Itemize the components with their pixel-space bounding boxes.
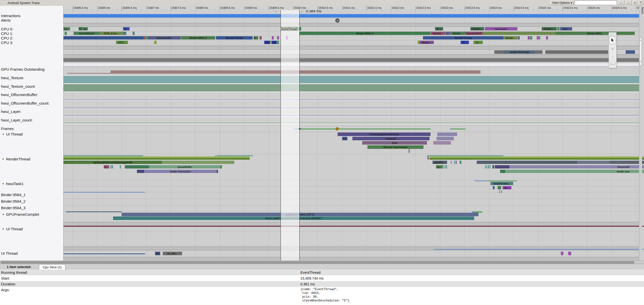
trace-slice[interactable]: [133, 32, 135, 35]
trace-slice[interactable]: G...: [473, 41, 483, 44]
trace-slice[interactable]: [66, 211, 122, 212]
trace-slice[interactable]: [64, 100, 639, 100]
chevron-down-icon[interactable]: ▼: [2, 183, 4, 185]
trace-slice[interactable]: [444, 165, 444, 168]
trace-slice[interactable]: [477, 161, 577, 164]
trace-slice[interactable]: do_dev...: [163, 252, 182, 255]
sidebar-item-hwui-texture[interactable]: hwui_Texture:: [1, 76, 24, 80]
trace-slice[interactable]: [221, 165, 222, 168]
trace-slice[interactable]: RenderThread: [216, 36, 253, 39]
trace-slice[interactable]: [500, 170, 505, 173]
trace-slice[interactable]: k...: [104, 165, 109, 168]
trace-slice[interactable]: [65, 32, 67, 35]
trace-slice[interactable]: [79, 27, 82, 30]
help-button[interactable]: ?: [638, 1, 643, 5]
forward-button[interactable]: →: [625, 1, 632, 5]
trace-slice[interactable]: [217, 170, 218, 173]
trace-slice[interactable]: kworker/u8:1: [148, 36, 181, 39]
trace-slice[interactable]: [427, 155, 503, 156]
trace-slice[interactable]: [217, 155, 253, 156]
trace-slice[interactable]: Binder...: [419, 41, 434, 44]
toolbar-grip-handle[interactable]: [610, 33, 616, 36]
trace-slice[interactable]: [418, 41, 419, 44]
sidebar-item-cpu-1[interactable]: CPU 1:: [1, 31, 13, 36]
zoom-tool-button[interactable]: ↓: [609, 52, 616, 60]
sidebar-item-gpuframecomplet[interactable]: ▼GPUFrameComplet: [2, 212, 39, 216]
trace-slice[interactable]: [437, 133, 457, 136]
trace-slice[interactable]: [64, 253, 145, 254]
selected-slice-eventthread[interactable]: EventThread: [281, 27, 297, 30]
trace-slice[interactable]: D...: [123, 27, 130, 30]
trace-slice[interactable]: [451, 161, 452, 164]
trace-slice[interactable]: Dis: [264, 41, 270, 44]
trace-slice[interactable]: [460, 161, 461, 164]
trace-slice[interactable]: GPU...: [116, 41, 128, 44]
process-header-com-prefabulated-touchlatency-pid-9564[interactable]: ▼com.prefabulated.touchlatency (pid 9564…: [0, 63, 639, 66]
trace-slice[interactable]: Binder:9564_3: [299, 32, 431, 35]
trace-slice[interactable]: [64, 115, 639, 116]
trace-slice[interactable]: D...: [461, 41, 469, 44]
chevron-down-icon[interactable]: ▼: [2, 228, 4, 230]
sidebar-item-frames[interactable]: Frames: [1, 126, 14, 131]
sidebar-item-hwui-offscreenbuffer[interactable]: hwui_OffscreenBuffer:: [1, 93, 38, 97]
trace-slice[interactable]: [530, 36, 532, 39]
trace-slice[interactable]: [437, 137, 454, 140]
process-header-mdss-fb0-pid-6848[interactable]: ▼mdss_fb0 (pid 6848): [0, 222, 639, 226]
horizontal-scrollbar-thumb[interactable]: [1, 261, 634, 264]
sidebar-item-ui-thread[interactable]: ▼UI Thread: [2, 132, 23, 136]
trace-slice[interactable]: [409, 149, 410, 153]
trace-slice[interactable]: [537, 36, 539, 39]
sidebar-item-hwui-layer[interactable]: hwui_Layer:: [1, 109, 21, 114]
trace-slice[interactable]: wo...: [64, 27, 70, 30]
trace-slice[interactable]: queueBuffer: [149, 165, 221, 168]
trace-slice[interactable]: [120, 165, 121, 168]
trace-slice[interactable]: tes...: [503, 186, 511, 189]
chevron-down-icon[interactable]: ▼: [2, 133, 4, 136]
trace-slice[interactable]: binder transaction: [144, 170, 217, 173]
trace-slice[interactable]: [64, 155, 143, 156]
trace-slice[interactable]: [495, 165, 509, 168]
trace-slice[interactable]: B...: [254, 36, 258, 39]
trace-slice[interactable]: [64, 192, 145, 193]
trace-slice[interactable]: [64, 226, 644, 227]
trace-slice[interactable]: [487, 165, 487, 168]
trace-slice[interactable]: [501, 190, 502, 193]
trace-slice[interactable]: [145, 36, 148, 39]
trace-slice[interactable]: [561, 252, 563, 255]
trace-slice[interactable]: [626, 50, 635, 54]
trace-slice[interactable]: updateTexImage: [504, 50, 535, 54]
trace-slice[interactable]: [272, 36, 274, 39]
trace-slice[interactable]: [162, 161, 234, 164]
sidebar-item-hwuitask1[interactable]: ▼hwuiTask1: [2, 182, 24, 186]
trace-slice[interactable]: kworker/u8:3: [465, 32, 483, 35]
trace-slice[interactable]: [112, 165, 113, 168]
scroll-down-icon[interactable]: ▼: [639, 61, 642, 62]
trace-slice[interactable]: [485, 181, 517, 181]
trace-slice[interactable]: [64, 36, 143, 39]
trace-slice[interactable]: [490, 165, 491, 168]
sidebar-item-hwui-texture-count[interactable]: hwui_Texture_count:: [1, 84, 36, 89]
trace-slice[interactable]: Event...: [470, 27, 484, 30]
trace-slice[interactable]: [299, 128, 431, 129]
trace-slice[interactable]: [277, 41, 279, 44]
time-ruler[interactable]: 15405.5 ms15406 ms15406.5 ms15407 ms1540…: [64, 6, 644, 10]
trace-slice[interactable]: [494, 50, 504, 54]
pan-tool-button[interactable]: ↔↕: [609, 45, 616, 52]
trace-slice[interactable]: syncFra...: [433, 161, 447, 164]
trace-slice[interactable]: [64, 76, 639, 83]
trace-slice[interactable]: [577, 161, 609, 164]
view-options-button[interactable]: View Options ▾: [551, 1, 574, 5]
sidebar-item-cpu-2[interactable]: CPU 2:: [1, 36, 13, 40]
trace-slice[interactable]: [154, 41, 156, 44]
sidebar-item-binder-9564-3[interactable]: Binder:9564_3: [1, 206, 26, 210]
process-header-kernel[interactable]: ▶Kernel: [0, 23, 639, 27]
trace-slice[interactable]: RenderThread: [423, 36, 503, 39]
trace-slice[interactable]: [498, 186, 501, 189]
trace-slice[interactable]: [111, 165, 112, 168]
trace-slice[interactable]: [300, 27, 301, 30]
trace-slice[interactable]: [546, 36, 548, 39]
trace-slice[interactable]: SDM_Even...: [100, 32, 123, 35]
trace-slice[interactable]: Binder...: [503, 36, 518, 39]
sidebar-item-renderthread[interactable]: ▼RenderThread: [2, 157, 30, 161]
floating-toolbar[interactable]: ↔↕ ↓ ↔: [609, 32, 617, 68]
